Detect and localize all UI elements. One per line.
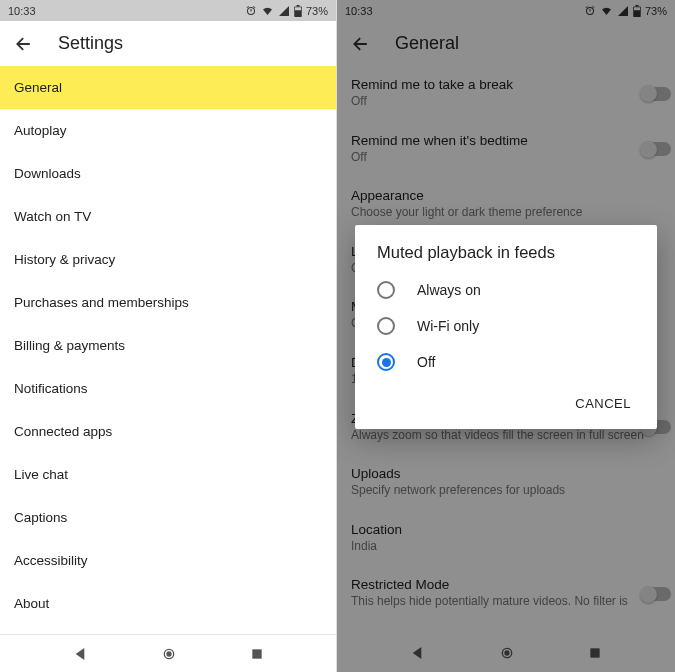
option-label: Off (417, 354, 435, 370)
option-off[interactable]: Off (355, 344, 657, 380)
settings-item-downloads[interactable]: Downloads (0, 152, 336, 195)
cancel-button[interactable]: CANCEL (567, 390, 639, 417)
settings-item-history-privacy[interactable]: History & privacy (0, 238, 336, 281)
settings-item-captions[interactable]: Captions (0, 496, 336, 539)
status-bar: 10:33 73% (0, 0, 336, 21)
status-icons: 73% (245, 5, 328, 17)
nav-recent-icon[interactable] (250, 647, 264, 661)
radio-icon (377, 317, 395, 335)
settings-item-about[interactable]: About (0, 582, 336, 625)
radio-icon (377, 281, 395, 299)
status-time: 10:33 (8, 5, 36, 17)
svg-rect-2 (295, 7, 301, 10)
alarm-icon (245, 5, 257, 17)
dialog-title: Muted playback in feeds (355, 225, 657, 272)
general-screen: 10:33 73% General Remind me to take a br… (337, 0, 675, 672)
option-label: Always on (417, 282, 481, 298)
option-wifi-only[interactable]: Wi-Fi only (355, 308, 657, 344)
settings-item-purchases[interactable]: Purchases and memberships (0, 281, 336, 324)
svg-rect-5 (252, 649, 261, 658)
settings-item-connected-apps[interactable]: Connected apps (0, 410, 336, 453)
svg-point-4 (167, 652, 171, 656)
settings-item-general[interactable]: General (0, 66, 336, 109)
app-bar: Settings (0, 21, 336, 66)
page-title: Settings (58, 33, 123, 54)
settings-item-autoplay[interactable]: Autoplay (0, 109, 336, 152)
nav-home-icon[interactable] (161, 646, 177, 662)
settings-item-watch-on-tv[interactable]: Watch on TV (0, 195, 336, 238)
settings-screen: 10:33 73% Settings General Autoplay Down… (0, 0, 337, 672)
wifi-icon (261, 5, 274, 17)
settings-item-billing[interactable]: Billing & payments (0, 324, 336, 367)
battery-percent: 73% (306, 5, 328, 17)
option-label: Wi-Fi only (417, 318, 479, 334)
battery-icon (294, 5, 302, 17)
nav-back-icon[interactable] (73, 646, 89, 662)
option-always-on[interactable]: Always on (355, 272, 657, 308)
settings-list: General Autoplay Downloads Watch on TV H… (0, 66, 336, 625)
muted-playback-dialog: Muted playback in feeds Always on Wi-Fi … (355, 225, 657, 429)
settings-item-notifications[interactable]: Notifications (0, 367, 336, 410)
radio-icon (377, 353, 395, 371)
settings-item-accessibility[interactable]: Accessibility (0, 539, 336, 582)
back-arrow-icon[interactable] (14, 34, 34, 54)
settings-item-live-chat[interactable]: Live chat (0, 453, 336, 496)
dialog-actions: CANCEL (355, 380, 657, 423)
signal-icon (278, 5, 290, 17)
svg-rect-1 (296, 5, 299, 7)
android-nav-bar (0, 634, 336, 672)
